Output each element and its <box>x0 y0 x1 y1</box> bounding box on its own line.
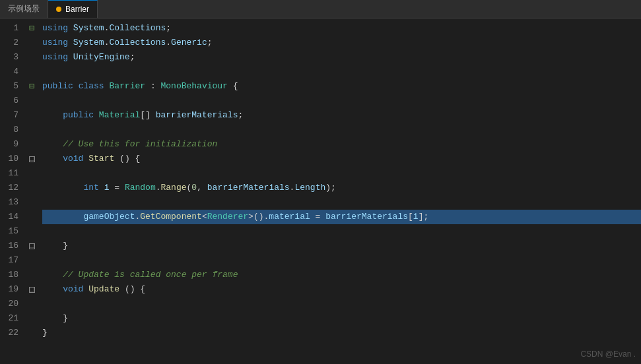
code-line <box>42 65 641 79</box>
code-line <box>42 94 641 108</box>
code-line: using System.Collections; <box>42 21 641 36</box>
code-line <box>42 123 641 137</box>
fold-box-icon: □ <box>29 287 35 293</box>
code-line: gameObject.GetComponent<Renderer>().mate… <box>42 210 641 224</box>
code-line: } <box>42 311 641 326</box>
tab-bar: 示例场景 Barrier <box>0 0 641 18</box>
code-lines: using System.Collections;using System.Co… <box>37 18 641 364</box>
line-number: 18 <box>0 268 21 282</box>
line-number: 4 <box>0 65 21 79</box>
code-line: } <box>42 239 641 253</box>
line-number: 19 <box>0 282 21 297</box>
fold-cell <box>26 326 37 340</box>
fold-minus-icon: ⊟ <box>29 24 34 33</box>
code-area: 12345678910111213141516171819202122 ⊟⊟□□… <box>0 18 641 364</box>
tab-scene-label: 示例场景 <box>8 3 40 15</box>
line-number: 8 <box>0 123 21 137</box>
fold-cell[interactable]: ⊟ <box>26 79 37 94</box>
fold-cell <box>26 253 37 268</box>
fold-cell <box>26 137 37 152</box>
tab-dot-icon <box>56 7 61 12</box>
line-numbers: 12345678910111213141516171819202122 <box>0 18 26 364</box>
code-line: public class Barrier : MonoBehaviour { <box>42 79 641 94</box>
fold-cell <box>26 210 37 224</box>
fold-cell <box>26 65 37 79</box>
tab-scene[interactable]: 示例场景 <box>0 0 48 18</box>
fold-gutter: ⊟⊟□□□ <box>26 18 37 364</box>
line-number: 7 <box>0 108 21 123</box>
fold-cell <box>26 94 37 108</box>
fold-cell <box>26 297 37 311</box>
code-line: using UnityEngine; <box>42 50 641 65</box>
fold-box-icon: □ <box>29 156 35 162</box>
tab-barrier-label: Barrier <box>65 5 89 14</box>
line-number: 11 <box>0 166 21 181</box>
line-number: 21 <box>0 311 21 326</box>
code-line <box>42 195 641 210</box>
code-line <box>42 224 641 239</box>
fold-cell <box>26 123 37 137</box>
line-number: 3 <box>0 50 21 65</box>
fold-cell[interactable]: ⊟ <box>26 21 37 36</box>
line-number: 14 <box>0 210 21 224</box>
fold-cell <box>26 108 37 123</box>
line-number: 6 <box>0 94 21 108</box>
code-line: public Material[] barrierMaterials; <box>42 108 641 123</box>
code-line: using System.Collections.Generic; <box>42 36 641 50</box>
fold-cell <box>26 36 37 50</box>
fold-cell[interactable]: □ <box>26 152 37 166</box>
fold-cell <box>26 166 37 181</box>
watermark: CSDN @Evan . <box>580 349 636 359</box>
fold-cell <box>26 181 37 195</box>
line-number: 22 <box>0 326 21 340</box>
fold-cell[interactable]: □ <box>26 282 37 297</box>
fold-cell <box>26 311 37 326</box>
line-number: 5 <box>0 79 21 94</box>
tab-barrier[interactable]: Barrier <box>48 0 98 18</box>
fold-cell <box>26 224 37 239</box>
line-number: 2 <box>0 36 21 50</box>
code-line <box>42 297 641 311</box>
code-line: int i = Random.Range(0, barrierMaterials… <box>42 181 641 195</box>
fold-cell <box>26 195 37 210</box>
code-line: void Start () { <box>42 152 641 166</box>
code-line: // Update is called once per frame <box>42 268 641 282</box>
line-number: 10 <box>0 152 21 166</box>
fold-minus-icon: ⊟ <box>29 82 34 91</box>
fold-cell[interactable]: □ <box>26 239 37 253</box>
line-number: 13 <box>0 195 21 210</box>
code-line <box>42 253 641 268</box>
code-editor: 12345678910111213141516171819202122 ⊟⊟□□… <box>0 18 641 364</box>
line-number: 12 <box>0 181 21 195</box>
line-number: 17 <box>0 253 21 268</box>
line-number: 16 <box>0 239 21 253</box>
line-number: 20 <box>0 297 21 311</box>
code-line <box>42 166 641 181</box>
fold-cell <box>26 50 37 65</box>
line-number: 1 <box>0 21 21 36</box>
code-line: // Use this for initialization <box>42 137 641 152</box>
line-number: 9 <box>0 137 21 152</box>
code-line: } <box>42 326 641 340</box>
fold-cell <box>26 268 37 282</box>
line-number: 15 <box>0 224 21 239</box>
code-line: void Update () { <box>42 282 641 297</box>
fold-box-icon: □ <box>29 243 35 249</box>
